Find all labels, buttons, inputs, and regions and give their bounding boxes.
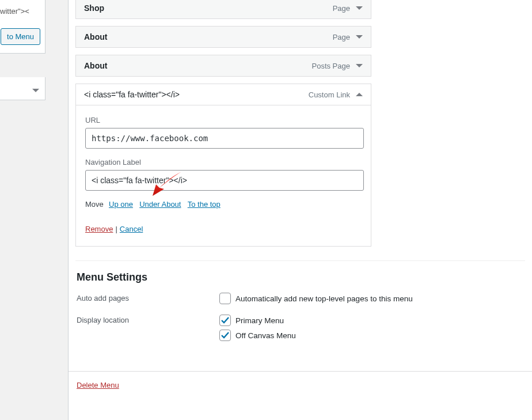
menu-item-type: Posts Page bbox=[312, 62, 351, 70]
auto-add-pages-text: Automatically add new top-level pages to… bbox=[235, 294, 413, 303]
primary-menu-text: Primary Menu bbox=[235, 316, 284, 325]
menu-settings-heading: Menu Settings bbox=[77, 271, 524, 283]
move-to-top-link[interactable]: To the top bbox=[188, 200, 221, 209]
item-actions-row: Remove|Cancel bbox=[85, 225, 362, 233]
accordion-collapse-row[interactable] bbox=[0, 77, 45, 100]
url-input[interactable] bbox=[85, 128, 364, 149]
display-location-label: Display location bbox=[77, 315, 219, 324]
move-up-one-link[interactable]: Up one bbox=[109, 200, 133, 209]
add-to-menu-button[interactable]: to Menu bbox=[1, 28, 40, 45]
menu-item-type: Custom Link bbox=[309, 90, 350, 99]
menu-item-title: About bbox=[84, 61, 107, 70]
move-under-about-link[interactable]: Under About bbox=[139, 200, 181, 209]
menu-item-custom-link-body: URL Navigation Label Move Up one Under A… bbox=[75, 105, 371, 247]
accordion-panel-fragment: witter">< to Menu bbox=[0, 0, 45, 54]
auto-add-pages-checkbox[interactable] bbox=[219, 293, 231, 304]
delete-menu-link[interactable]: Delete Menu bbox=[77, 381, 119, 389]
menu-structure-panel: Shop Page About Page About Posts Page <i… bbox=[68, 0, 532, 420]
cancel-link[interactable]: Cancel bbox=[120, 225, 143, 233]
menu-footer: Delete Menu bbox=[69, 371, 532, 389]
menu-item-title: About bbox=[84, 32, 107, 41]
chevron-down-icon bbox=[32, 89, 39, 92]
chevron-down-icon[interactable] bbox=[356, 6, 363, 10]
check-icon bbox=[221, 331, 230, 340]
chevron-up-icon[interactable] bbox=[356, 93, 363, 96]
primary-menu-checkbox[interactable] bbox=[219, 315, 231, 326]
menu-item-about-posts[interactable]: About Posts Page bbox=[75, 55, 371, 77]
offcanvas-menu-text: Off Canvas Menu bbox=[235, 331, 296, 340]
menu-item-title: Shop bbox=[84, 3, 104, 13]
navigation-label-label: Navigation Label bbox=[85, 158, 362, 167]
move-row: Move Up one Under About To the top bbox=[85, 200, 362, 209]
remove-link[interactable]: Remove bbox=[85, 225, 113, 233]
menu-item-shop[interactable]: Shop Page bbox=[75, 0, 371, 19]
separator: | bbox=[115, 225, 117, 233]
check-icon bbox=[221, 316, 230, 325]
navigation-label-input[interactable] bbox=[85, 170, 364, 191]
custom-link-preview-fragment: witter">< bbox=[0, 0, 45, 22]
chevron-down-icon[interactable] bbox=[356, 64, 363, 67]
move-label: Move bbox=[85, 200, 104, 209]
menu-item-type: Page bbox=[333, 4, 350, 13]
menu-item-custom-link-header[interactable]: <i class="fa fa-twitter"></i> Custom Lin… bbox=[75, 84, 371, 105]
auto-add-pages-label: Auto add pages bbox=[77, 293, 219, 302]
menu-item-type: Page bbox=[333, 33, 350, 41]
menu-item-about-page[interactable]: About Page bbox=[75, 26, 371, 48]
chevron-down-icon[interactable] bbox=[356, 35, 363, 39]
menu-item-title: <i class="fa fa-twitter"></i> bbox=[84, 90, 180, 99]
url-label: URL bbox=[85, 116, 362, 124]
offcanvas-menu-checkbox[interactable] bbox=[219, 330, 231, 341]
menu-settings-section: Menu Settings Auto add pages Automatical… bbox=[69, 261, 532, 357]
